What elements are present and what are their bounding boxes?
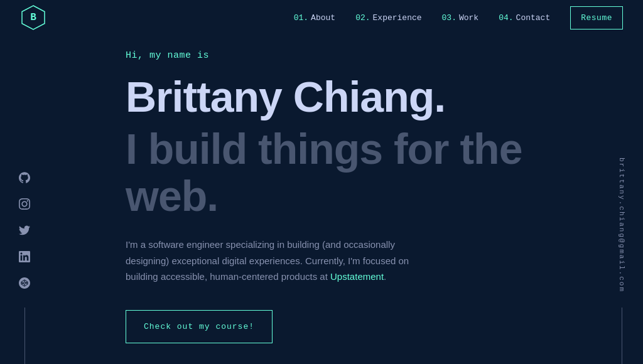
codepen-icon[interactable]	[18, 276, 31, 290]
hero-name: Brittany Chiang.	[126, 73, 565, 120]
email-sidebar: brittany.chiang@gmail.com	[618, 158, 625, 364]
nav-about[interactable]: 01.About	[294, 13, 335, 23]
social-sidebar	[18, 171, 31, 364]
nav-links: 01.About 02.Experience 03.Work 04.Contac…	[294, 6, 623, 29]
github-icon[interactable]	[18, 171, 31, 185]
logo-letter: B	[30, 12, 36, 23]
hero-section: Hi, my name is Brittany Chiang. I build …	[126, 50, 565, 343]
hero-desc-text2: .	[384, 271, 386, 282]
cta-button[interactable]: Check out my course!	[126, 310, 273, 343]
linkedin-icon[interactable]	[18, 250, 31, 264]
navbar: B 01.About 02.Experience 03.Work 04.Cont…	[0, 0, 643, 35]
nav-contact[interactable]: 04.Contact	[499, 13, 550, 23]
hero-greeting: Hi, my name is	[126, 50, 565, 61]
logo[interactable]: B	[20, 4, 46, 31]
hero-subtitle: I build things for the web.	[126, 126, 565, 220]
resume-button[interactable]: Resume	[570, 6, 623, 29]
twitter-icon[interactable]	[18, 223, 31, 237]
nav-experience[interactable]: 02.Experience	[355, 13, 421, 23]
upstatement-link[interactable]: Upstatement	[330, 271, 384, 282]
email-link[interactable]: brittany.chiang@gmail.com	[618, 158, 625, 292]
nav-work[interactable]: 03.Work	[442, 13, 479, 23]
hero-description: I'm a software engineer specializing in …	[126, 237, 414, 285]
instagram-icon[interactable]	[18, 197, 31, 211]
